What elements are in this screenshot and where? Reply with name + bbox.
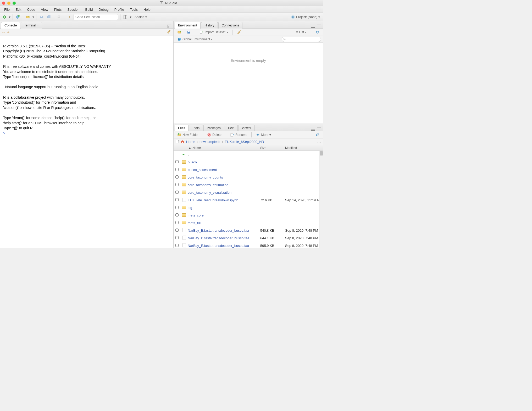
menu-edit[interactable]: Edit xyxy=(13,7,24,12)
file-checkbox[interactable] xyxy=(175,229,179,232)
search-env-input[interactable] xyxy=(282,37,321,42)
new-file-dropdown[interactable]: ▾ xyxy=(9,15,10,19)
home-icon[interactable] xyxy=(180,140,185,144)
workspace-panes-dropdown[interactable]: ▾ xyxy=(130,15,131,19)
file-name[interactable]: NarBay_D.fasta.transdecoder_busco.faa xyxy=(188,236,260,240)
refresh-env-button[interactable] xyxy=(314,30,321,35)
tab-environment[interactable]: Environment xyxy=(175,22,201,29)
menu-code[interactable]: Code xyxy=(24,7,38,12)
new-project-button[interactable] xyxy=(15,14,21,20)
file-row[interactable]: EUKulele_read_breakdown.ipynb72.6 KBSep … xyxy=(174,196,323,204)
pane-maximize-button[interactable] xyxy=(317,25,321,28)
open-file-dropdown[interactable]: ▾ xyxy=(32,15,34,19)
file-checkbox[interactable] xyxy=(175,236,179,239)
breadcrumb-item[interactable]: EUKulele_6Sept2020_NB xyxy=(225,140,264,144)
tab-connections[interactable]: Connections xyxy=(218,22,243,29)
file-checkbox[interactable] xyxy=(175,160,179,163)
col-name-header[interactable]: ▲ Name xyxy=(174,146,260,150)
file-checkbox[interactable] xyxy=(175,206,179,209)
breadcrumb-more-button[interactable]: ... xyxy=(317,140,321,144)
goto-file-input[interactable] xyxy=(74,14,118,20)
console-output[interactable]: R version 3.6.1 (2019-07-05) -- "Action … xyxy=(0,36,173,248)
file-list[interactable]: ⬑ .. buscobusco_assessmentcore_taxonomy_… xyxy=(174,151,323,248)
clear-console-button[interactable] xyxy=(167,29,171,35)
tab-help[interactable]: Help xyxy=(225,125,238,131)
menu-view[interactable]: View xyxy=(38,7,51,12)
file-checkbox[interactable] xyxy=(175,168,179,171)
tab-packages[interactable]: Packages xyxy=(203,125,224,131)
file-name[interactable]: busco xyxy=(188,160,260,164)
file-row[interactable]: core_taxonomy_visualization xyxy=(174,189,323,196)
view-mode-button[interactable]: ≡ List ▾ xyxy=(295,30,308,35)
goto-icon-button[interactable] xyxy=(66,14,72,20)
file-checkbox[interactable] xyxy=(175,244,179,247)
pane-minimize-button[interactable]: ▬ xyxy=(311,25,315,28)
file-checkbox[interactable] xyxy=(175,221,179,224)
import-dataset-button[interactable]: Import Dataset ▾ xyxy=(198,30,230,35)
file-name[interactable]: mets_core xyxy=(188,213,260,217)
file-checkbox[interactable] xyxy=(175,183,179,186)
file-row[interactable]: log xyxy=(174,204,323,212)
file-row[interactable]: mets_full xyxy=(174,219,323,227)
addins-menu[interactable]: Addins ▾ xyxy=(133,15,148,19)
file-name[interactable]: core_taxonomy_estimation xyxy=(188,183,260,187)
menu-tools[interactable]: Tools xyxy=(127,7,140,12)
scrollbar-thumb[interactable] xyxy=(320,151,323,155)
clear-workspace-button[interactable] xyxy=(235,29,243,35)
file-row[interactable]: core_taxonomy_estimation xyxy=(174,181,323,189)
col-modified-header[interactable]: Modified xyxy=(285,146,323,150)
tab-console[interactable]: Console xyxy=(1,22,20,29)
file-checkbox[interactable] xyxy=(175,191,179,194)
menu-session[interactable]: Session xyxy=(65,7,82,12)
file-name[interactable]: core_taxonomy_visualization xyxy=(188,191,260,195)
save-workspace-button[interactable] xyxy=(185,30,192,35)
file-name[interactable]: mets_full xyxy=(188,221,260,225)
menu-file[interactable]: File xyxy=(2,7,12,12)
tab-history[interactable]: History xyxy=(201,22,218,29)
menu-build[interactable]: Build xyxy=(83,7,96,12)
file-checkbox[interactable] xyxy=(175,213,179,216)
tab-terminal[interactable]: Terminal× xyxy=(21,22,42,29)
more-button[interactable]: More ▾ xyxy=(254,132,272,137)
menu-help[interactable]: Help xyxy=(141,7,153,12)
file-row[interactable]: NarBay_D.fasta.transdecoder_busco.faa644… xyxy=(174,234,323,242)
file-row[interactable]: NarBay_B.fasta.transdecoder_busco.faa540… xyxy=(174,227,323,234)
select-all-checkbox[interactable] xyxy=(176,140,179,143)
minimize-window-button[interactable] xyxy=(7,2,10,5)
print-button[interactable] xyxy=(56,14,62,20)
file-row[interactable]: NarBay_E.fasta.transdecoder_busco.faa595… xyxy=(174,242,323,248)
col-size-header[interactable]: Size xyxy=(260,146,285,150)
open-file-button[interactable] xyxy=(25,14,31,20)
delete-button[interactable]: Delete xyxy=(206,132,223,137)
tab-files[interactable]: Files xyxy=(175,125,189,131)
file-row-up[interactable]: ⬑ .. xyxy=(174,151,323,158)
tab-viewer[interactable]: Viewer xyxy=(238,125,254,131)
rename-button[interactable]: Rename xyxy=(229,132,249,137)
env-scope-selector[interactable]: Global Environment ▾ xyxy=(176,37,214,42)
breadcrumb-item[interactable]: newsampledir xyxy=(199,140,220,144)
menu-debug[interactable]: Debug xyxy=(96,7,111,12)
file-name[interactable]: core_taxonomy_counts xyxy=(188,175,260,179)
file-checkbox[interactable] xyxy=(175,175,179,179)
file-name[interactable]: EUKulele_read_breakdown.ipynb xyxy=(188,198,260,202)
zoom-window-button[interactable] xyxy=(13,2,16,5)
menu-profile[interactable]: Profile xyxy=(112,7,127,12)
breadcrumb-home[interactable]: Home xyxy=(186,140,195,144)
file-checkbox[interactable] xyxy=(175,198,179,201)
save-all-button[interactable] xyxy=(46,14,52,20)
project-menu[interactable]: R Project: (None) ▾ xyxy=(291,15,322,19)
console-wd-chevrons2[interactable]: ⇨ xyxy=(7,30,9,34)
close-icon[interactable]: × xyxy=(37,24,39,27)
file-name[interactable]: NarBay_B.fasta.transdecoder_busco.faa xyxy=(188,229,260,232)
menu-plots[interactable]: Plots xyxy=(51,7,64,12)
file-row[interactable]: busco xyxy=(174,158,323,166)
load-workspace-button[interactable] xyxy=(176,30,183,35)
file-name[interactable]: busco_assessment xyxy=(188,168,260,172)
vertical-scrollbar[interactable] xyxy=(319,151,323,248)
refresh-files-button[interactable] xyxy=(314,132,321,137)
file-row[interactable]: mets_core xyxy=(174,212,323,219)
file-name[interactable]: log xyxy=(188,206,260,210)
console-wd-chevrons[interactable]: ⇢ xyxy=(2,30,5,34)
new-file-button[interactable] xyxy=(2,14,7,20)
minimize-pane-icon[interactable] xyxy=(167,25,171,28)
